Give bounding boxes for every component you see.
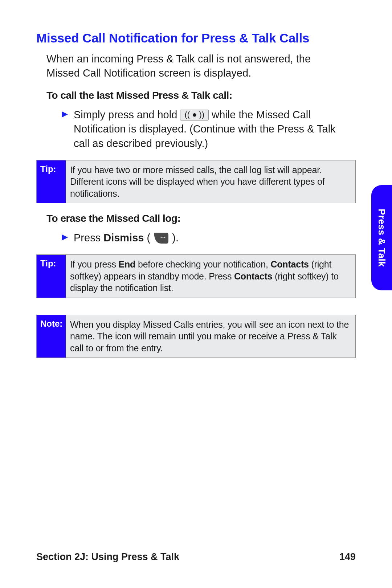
footer-section: Section 2J: Using Press & Talk xyxy=(36,551,179,563)
bullet-text: Press Dismiss ( ). xyxy=(74,231,179,245)
tip-body: If you press End before checking your no… xyxy=(66,255,355,298)
bullet-triangle-icon: ▶ xyxy=(62,231,68,245)
subheading-erase-log: To erase the Missed Call log: xyxy=(46,213,356,224)
svg-point-2 xyxy=(164,237,166,238)
tip-label: Tip: xyxy=(37,160,66,203)
page-footer: Section 2J: Using Press & Talk 149 xyxy=(36,551,356,563)
tip-body: If you have two or more missed calls, th… xyxy=(66,160,355,203)
note-box: Note: When you display Missed Calls entr… xyxy=(36,315,356,358)
note-label: Note: xyxy=(37,315,66,358)
svg-point-0 xyxy=(161,237,162,238)
tip-box: Tip: If you press End before checking yo… xyxy=(36,254,356,298)
thumb-tab-label: Press & Talk xyxy=(376,209,387,267)
note-body: When you display Missed Calls entries, y… xyxy=(66,315,355,358)
page-title: Missed Call Notification for Press & Tal… xyxy=(36,31,356,45)
footer-page-number: 149 xyxy=(339,551,356,563)
svg-point-1 xyxy=(163,237,164,238)
manual-page: Missed Call Notification for Press & Tal… xyxy=(0,0,392,588)
subheading-call-last: To call the last Missed Press & Talk cal… xyxy=(46,90,356,101)
tip-label: Tip: xyxy=(37,255,66,298)
thumb-tab: Press & Talk xyxy=(371,185,392,290)
ptt-button-icon: (( ● )) xyxy=(180,110,209,121)
intro-paragraph: When an incoming Press & Talk call is no… xyxy=(46,52,333,80)
bullet-text: Simply press and hold (( ● )) while the … xyxy=(74,108,338,150)
bullet-triangle-icon: ▶ xyxy=(62,108,68,150)
bullet-item: ▶ Press Dismiss ( ). xyxy=(62,231,338,245)
tip-box: Tip: If you have two or more missed call… xyxy=(36,160,356,204)
right-softkey-icon xyxy=(153,232,169,244)
bullet-item: ▶ Simply press and hold (( ● )) while th… xyxy=(62,108,338,150)
